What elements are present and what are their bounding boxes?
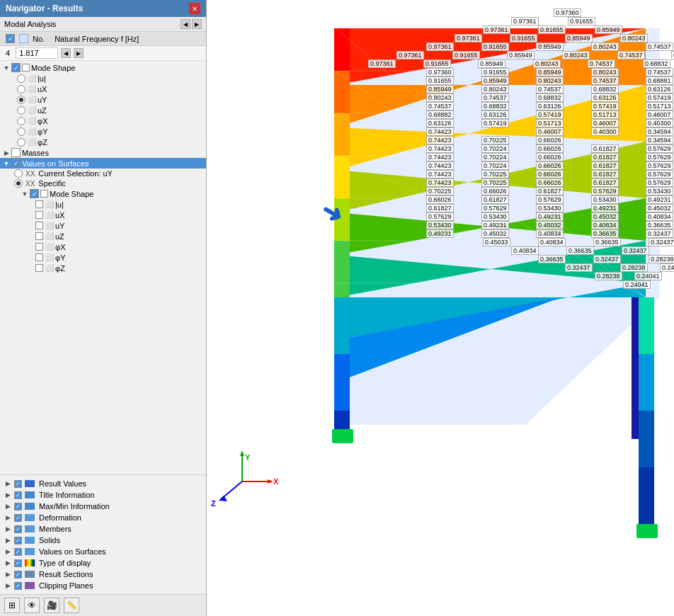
cp-check[interactable]	[14, 582, 22, 590]
vs2-check[interactable]	[14, 548, 22, 556]
tree-item-phiY[interactable]: ⬜ φY	[0, 126, 206, 137]
freq-nav-left[interactable]: ◀	[61, 48, 71, 58]
check-uz2[interactable]	[35, 232, 43, 240]
ti-expand[interactable]: ▶	[4, 491, 11, 498]
tod-check[interactable]	[14, 559, 22, 567]
ti-check[interactable]	[14, 491, 22, 499]
radio-specific[interactable]	[14, 179, 23, 188]
rs-check[interactable]	[14, 571, 22, 578]
col-check[interactable]	[19, 34, 28, 43]
tree-item-values-surfaces[interactable]: ▼ Values on Surfaces	[0, 158, 206, 169]
freq-nav-right[interactable]: ▶	[74, 48, 84, 58]
check-uy2[interactable]	[35, 222, 43, 229]
toolbar-btn-camera[interactable]: 🎥	[44, 598, 59, 613]
def-check[interactable]	[14, 514, 22, 522]
masses-check[interactable]	[11, 148, 21, 157]
expand-ms2[interactable]: ▼	[21, 190, 28, 198]
mode-shape-icon-check[interactable]	[22, 64, 30, 72]
radio-uz[interactable]	[17, 106, 25, 115]
toolbar-btn-measure[interactable]: 📏	[64, 598, 79, 613]
modal-analysis-bar: Modal Analysis ◀ ▶	[0, 17, 206, 32]
tree-item-current-sel[interactable]: XX Current Selection: uY	[0, 169, 206, 178]
radio-uy[interactable]	[17, 96, 25, 104]
tree-item-specific[interactable]: XX Specific	[0, 178, 206, 188]
tree-item-phiZ[interactable]: ⬜ φZ	[0, 137, 206, 147]
tree-item-ux2[interactable]: ⬜ uX	[0, 210, 206, 220]
cp-expand[interactable]: ▶	[4, 582, 11, 589]
expand-vs[interactable]: ▼	[3, 160, 10, 167]
bottom-clipping-planes[interactable]: ▶ Clipping Planes	[0, 580, 206, 591]
tree-item-uy[interactable]: ⬜ uY	[0, 94, 206, 105]
bottom-maxmin-info[interactable]: ▶ Max/Min Information	[0, 501, 206, 512]
tree-item-phiX[interactable]: ⬜ φX	[0, 115, 206, 126]
bottom-deformation[interactable]: ▶ Deformation	[0, 512, 206, 523]
col-no: No.	[33, 35, 45, 43]
tree-item-masses[interactable]: ▶ Masses	[0, 147, 206, 158]
svg-rect-19	[334, 354, 350, 411]
tree-item-uabs[interactable]: ⬜ |u|	[0, 73, 206, 84]
toolbar-btn-grid[interactable]: ⊞	[4, 598, 20, 613]
tree-item-uz[interactable]: ⬜ uZ	[0, 105, 206, 115]
check-phiX2[interactable]	[35, 243, 43, 251]
mem-label: Members	[39, 525, 72, 533]
mm-check[interactable]	[14, 503, 22, 511]
nav-right-button[interactable]: ▶	[192, 19, 202, 29]
tree-item-ux[interactable]: ⬜ uX	[0, 84, 206, 94]
rv-expand[interactable]: ▶	[4, 480, 11, 487]
mem-check[interactable]	[14, 525, 22, 533]
radio-ux[interactable]	[17, 85, 25, 93]
def-label: Deformation	[39, 513, 81, 522]
tree-item-uabs2[interactable]: ⬜ |u|	[0, 199, 206, 210]
phiY2-label: φY	[55, 253, 65, 262]
tree-item-mode-shape2[interactable]: ▼ Mode Shape	[0, 188, 206, 199]
vs2-icon	[25, 548, 35, 555]
uz2-label: uZ	[55, 232, 64, 241]
rs-expand[interactable]: ▶	[4, 571, 11, 578]
radio-uabs[interactable]	[17, 74, 25, 83]
bottom-type-display[interactable]: ▶ Type of display	[0, 557, 206, 569]
check-phiZ2[interactable]	[35, 264, 43, 272]
bottom-values-surfaces[interactable]: ▶ Values on Surfaces	[0, 546, 206, 557]
bottom-result-values[interactable]: ▶ Result Values	[0, 478, 206, 489]
mem-expand[interactable]: ▶	[4, 525, 11, 532]
radio-phiY[interactable]	[17, 127, 25, 136]
bottom-title-info[interactable]: ▶ Title Information	[0, 489, 206, 501]
nav-left-button[interactable]: ◀	[181, 19, 190, 29]
ms2-check[interactable]	[30, 189, 39, 198]
toolbar-btn-eye[interactable]: 👁	[24, 598, 40, 613]
cp-label: Clipping Planes	[39, 581, 93, 590]
radio-current-sel[interactable]	[14, 169, 23, 178]
header-checkbox[interactable]	[6, 34, 15, 43]
vs-check[interactable]	[11, 159, 21, 168]
def-expand[interactable]: ▶	[4, 514, 11, 521]
mode-shape-check[interactable]	[11, 63, 21, 72]
rv-label: Result Values	[39, 479, 86, 488]
tod-expand[interactable]: ▶	[4, 559, 11, 566]
tree-item-phiX2[interactable]: ⬜ φX	[0, 241, 206, 252]
bottom-toolbar: ⊞ 👁 🎥 📏	[0, 594, 206, 616]
tree-item-uz2[interactable]: ⬜ uZ	[0, 231, 206, 241]
rv-check[interactable]	[14, 480, 22, 488]
mm-expand[interactable]: ▶	[4, 503, 11, 510]
tree-item-phiY2[interactable]: ⬜ φY	[0, 252, 206, 263]
tree-item-uy2[interactable]: ⬜ uY	[0, 220, 206, 231]
check-uabs2[interactable]	[35, 200, 43, 208]
radio-phiZ[interactable]	[17, 138, 25, 147]
bottom-result-sections[interactable]: ▶ Result Sections	[0, 569, 206, 580]
expand-masses[interactable]: ▶	[3, 149, 10, 156]
sol-expand[interactable]: ▶	[4, 537, 11, 544]
sol-check[interactable]	[14, 537, 22, 544]
svg-text:Y: Y	[245, 453, 251, 462]
tree-item-phiZ2[interactable]: ⬜ φZ	[0, 263, 206, 273]
bottom-members[interactable]: ▶ Members	[0, 523, 206, 535]
check-ux2[interactable]	[35, 211, 43, 219]
freq-num: 4	[6, 49, 10, 57]
tree-item-mode-shape[interactable]: ▼ Mode Shape	[0, 62, 206, 73]
expand-mode-shape[interactable]: ▼	[3, 64, 10, 72]
bottom-solids[interactable]: ▶ Solids	[0, 535, 206, 546]
freq-value: 1.817	[16, 47, 58, 59]
close-button[interactable]: ✕	[189, 3, 200, 14]
check-phiY2[interactable]	[35, 253, 43, 261]
radio-phiX[interactable]	[17, 117, 25, 125]
vs2-expand[interactable]: ▶	[4, 548, 11, 555]
